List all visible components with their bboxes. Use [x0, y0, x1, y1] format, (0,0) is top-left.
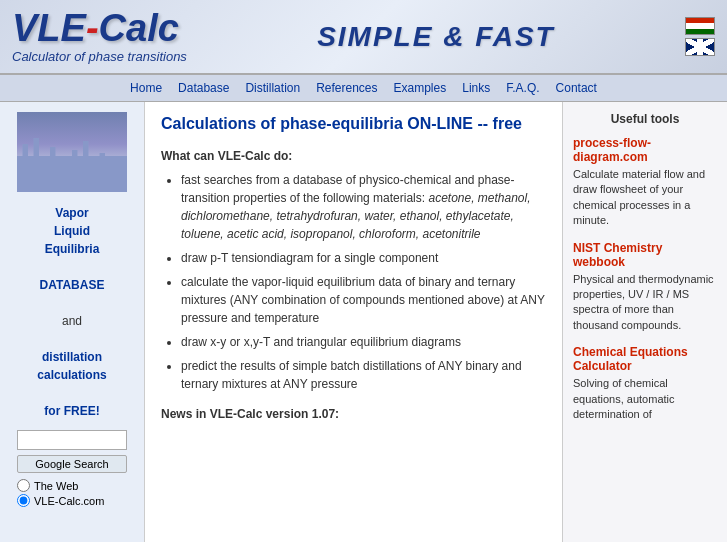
feature-1: fast searches from a database of physico…	[181, 171, 546, 243]
nav: Home Database Distillation References Ex…	[0, 75, 727, 102]
right-panel: Useful tools process-flow-diagram.com Ca…	[562, 102, 727, 542]
uk-flag	[685, 38, 715, 56]
tool-3-desc: Solving of chemical equations, automatic…	[573, 376, 717, 422]
content-area: Calculations of phase-equilibria ON-LINE…	[145, 102, 562, 542]
tool-1: process-flow-diagram.com Calculate mater…	[573, 136, 717, 229]
nav-links[interactable]: Links	[454, 79, 498, 97]
sidebar-line1: Vapor	[37, 204, 106, 222]
sidebar-text: Vapor Liquid Equilibria DATABASE and dis…	[37, 204, 106, 420]
sidebar-line3: Equilibria	[37, 240, 106, 258]
nav-contact[interactable]: Contact	[548, 79, 605, 97]
radio-vle-calc-input[interactable]	[17, 494, 30, 507]
nav-distillation[interactable]: Distillation	[237, 79, 308, 97]
nav-database[interactable]: Database	[170, 79, 237, 97]
sidebar-image	[17, 112, 127, 192]
logo-text: VLE-Calc	[12, 9, 187, 47]
sidebar-line6: distillation	[37, 348, 106, 366]
tool-1-link[interactable]: process-flow-diagram.com	[573, 136, 717, 164]
tool-2-link[interactable]: NIST Chemistry webbook	[573, 241, 717, 269]
feature-2: draw p-T tensiondiagram for a single com…	[181, 249, 546, 267]
sidebar-line5: and	[37, 312, 106, 330]
radio-the-web-label: The Web	[34, 480, 78, 492]
feature-3: calculate the vapor-liquid equilibrium d…	[181, 273, 546, 327]
feature-5: predict the results of simple batch dist…	[181, 357, 546, 393]
tool-2: NIST Chemistry webbook Physical and ther…	[573, 241, 717, 334]
slogan: SIMPLE & FAST	[317, 21, 555, 53]
sidebar: Vapor Liquid Equilibria DATABASE and dis…	[0, 102, 145, 542]
tool-3: Chemical Equations Calculator Solving of…	[573, 345, 717, 422]
search-input[interactable]	[17, 430, 127, 450]
radio-the-web-input[interactable]	[17, 479, 30, 492]
feature-4: draw x-y or x,y-T and triangular equilib…	[181, 333, 546, 351]
radio-group: The Web VLE-Calc.com	[17, 479, 127, 507]
hungary-flag	[685, 17, 715, 35]
radio-the-web[interactable]: The Web	[17, 479, 127, 492]
google-search-button[interactable]: Google Search	[17, 455, 127, 473]
sidebar-line8: for FREE!	[37, 402, 106, 420]
sidebar-line2: Liquid	[37, 222, 106, 240]
tool-1-desc: Calculate material flow and draw flowshe…	[573, 167, 717, 229]
sidebar-line4: DATABASE	[37, 276, 106, 294]
flags	[685, 17, 715, 56]
useful-tools-title: Useful tools	[573, 112, 717, 126]
nav-home[interactable]: Home	[122, 79, 170, 97]
page-title: Calculations of phase-equilibria ON-LINE…	[161, 114, 546, 135]
logo-subtitle: Calculator of phase transitions	[12, 49, 187, 64]
nav-faq[interactable]: F.A.Q.	[498, 79, 547, 97]
tool-2-desc: Physical and thermodynamic properties, U…	[573, 272, 717, 334]
header: VLE-Calc Calculator of phase transitions…	[0, 0, 727, 75]
main-layout: Vapor Liquid Equilibria DATABASE and dis…	[0, 102, 727, 542]
sidebar-line7: calculations	[37, 366, 106, 384]
radio-vle-calc[interactable]: VLE-Calc.com	[17, 494, 127, 507]
logo-area: VLE-Calc Calculator of phase transitions	[12, 9, 187, 64]
nav-references[interactable]: References	[308, 79, 385, 97]
radio-vle-calc-label: VLE-Calc.com	[34, 495, 104, 507]
nav-examples[interactable]: Examples	[386, 79, 455, 97]
features-list: fast searches from a database of physico…	[181, 171, 546, 393]
what-can-heading: What can VLE-Calc do:	[161, 149, 546, 163]
news-heading: News in VLE-Calc version 1.07:	[161, 407, 546, 421]
tool-3-link[interactable]: Chemical Equations Calculator	[573, 345, 717, 373]
